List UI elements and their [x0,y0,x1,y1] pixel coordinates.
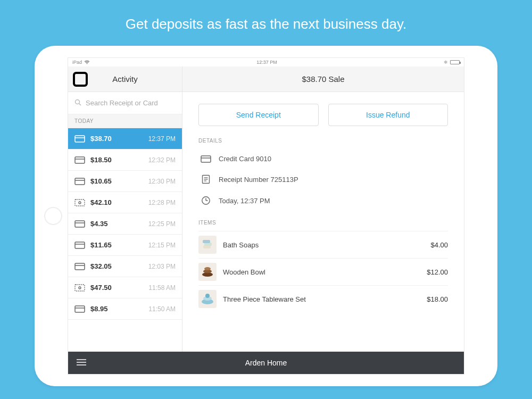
sale-detail-panel: $38.70 Sale Send Receipt Issue Refund De… [182,66,464,352]
transaction-row[interactable]: $4.3512:25 PM [68,213,182,235]
hero-headline: Get deposits as fast as the next busines… [0,0,532,46]
transaction-row[interactable]: $47.5011:58 AM [68,277,182,298]
svg-rect-4 [75,157,85,163]
item-name: Wooden Bowl [223,268,420,276]
item-price: $4.00 [430,241,448,249]
card-icon [74,305,85,313]
issue-refund-button[interactable]: Issue Refund [328,104,448,126]
search-input[interactable]: Search Receipt or Card [68,92,182,114]
transaction-time: 11:58 AM [148,284,176,292]
tablet-frame: iPad 12:37 PM ✱ Activity [35,46,497,386]
transaction-time: 12:37 PM [148,135,176,143]
transaction-amount: $4.35 [90,220,143,228]
card-icon [74,178,85,185]
app-logo[interactable] [68,72,93,87]
transaction-time: 12:15 PM [148,242,176,249]
send-receipt-button[interactable]: Send Receipt [198,104,319,126]
card-icon [74,242,85,249]
transaction-row[interactable]: $32.0512:03 PM [68,256,182,277]
transaction-amount: $42.10 [90,198,143,206]
svg-point-36 [204,267,211,270]
transaction-amount: $8.95 [90,305,143,313]
svg-rect-20 [201,156,211,162]
hamburger-icon [77,359,86,367]
detail-row: Today, 12:37 PM [198,190,448,211]
menu-button[interactable] [68,359,95,367]
svg-point-0 [76,99,80,104]
item-name: Three Piece Tableware Set [223,295,420,303]
home-button[interactable] [44,207,62,225]
bottom-bar: Arden Home [68,352,464,374]
transaction-amount: $32.05 [90,262,143,270]
card-icon [74,156,85,164]
transaction-amount: $38.70 [90,135,143,143]
transaction-time: 12:03 PM [148,263,176,270]
transaction-row[interactable]: $8.9511:50 AM [68,298,182,320]
details-heading: Details [198,138,448,144]
item-thumbnail [198,263,217,281]
item-price: $12.00 [427,268,448,276]
item-row: Three Piece Tableware Set$18.00 [198,285,448,312]
square-logo-icon [73,72,88,87]
detail-text: Receipt Number 725113P [219,176,298,184]
content-title: $38.70 Sale [182,66,464,92]
transaction-time: 12:25 PM [148,220,176,228]
svg-point-9 [79,202,81,204]
card-icon [201,155,211,163]
transaction-amount: $47.50 [90,284,143,292]
transaction-list: $38.7012:37 PM$18.5012:32 PM$10.6512:30 … [68,128,182,352]
card-icon [74,263,85,270]
bluetooth-icon: ✱ [444,60,448,65]
item-thumbnail [198,290,217,308]
status-bar: iPad 12:37 PM ✱ [68,58,464,66]
transaction-row[interactable]: $10.6512:30 PM [68,171,182,192]
detail-text: Credit Card 9010 [219,155,271,163]
sidebar-header: Activity [68,66,182,92]
wifi-icon [84,60,90,64]
card-icon [74,220,85,228]
receipt-icon [201,174,211,184]
transaction-amount: $10.65 [90,177,143,185]
item-price: $18.00 [427,295,448,303]
svg-rect-32 [203,240,210,243]
item-name: Bath Soaps [223,241,424,249]
svg-rect-16 [75,285,85,291]
svg-line-1 [79,103,81,105]
transaction-time: 12:28 PM [148,199,176,206]
detail-text: Today, 12:37 PM [219,197,270,205]
item-row: Bath Soaps$4.00 [198,231,448,258]
transaction-amount: $11.65 [90,241,143,249]
transaction-time: 12:30 PM [148,178,176,185]
item-thumbnail [198,236,217,254]
transaction-amount: $18.50 [90,156,143,164]
transaction-time: 12:32 PM [148,156,176,164]
items-heading: Items [198,220,448,226]
svg-point-17 [79,287,81,289]
activity-sidebar: Activity Search Receipt or Card Today $3… [68,66,182,352]
app-screen: iPad 12:37 PM ✱ Activity [68,57,464,375]
status-time: 12:37 PM [90,60,444,65]
svg-rect-6 [75,178,85,185]
store-name: Arden Home [95,359,464,367]
search-placeholder: Search Receipt or Card [86,99,158,107]
svg-rect-2 [75,136,85,142]
section-today: Today [68,114,182,128]
item-row: Wooden Bowl$12.00 [198,258,448,285]
transaction-row[interactable]: $11.6512:15 PM [68,235,182,256]
svg-rect-10 [75,221,85,227]
cash-icon [74,199,85,206]
svg-point-40 [205,294,210,298]
transaction-row[interactable]: $38.7012:37 PM [68,128,182,149]
search-icon [74,99,81,107]
clock-icon [201,196,211,205]
detail-row: Receipt Number 725113P [198,169,448,190]
svg-rect-18 [75,306,85,312]
transaction-row[interactable]: $18.5012:32 PM [68,149,182,171]
card-icon [74,135,85,143]
transaction-row[interactable]: $42.1012:28 PM [68,192,182,213]
detail-row: Credit Card 9010 [198,149,448,169]
sidebar-title: Activity [93,74,182,84]
battery-icon [450,60,460,64]
svg-rect-14 [75,263,85,270]
device-label: iPad [72,60,82,65]
